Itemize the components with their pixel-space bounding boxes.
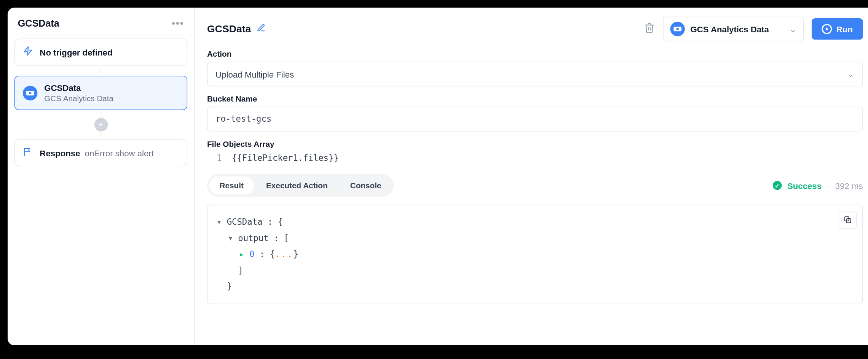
success-check-icon: ✓ [772, 181, 782, 190]
page-title: GCSData [207, 23, 251, 35]
file-objects-field: File Objects Array 1 {{FilePicker1.files… [207, 139, 863, 163]
trigger-card[interactable]: No trigger defined [14, 38, 187, 65]
sidebar-title: GCSData [18, 18, 59, 29]
trigger-label: No trigger defined [40, 47, 112, 57]
sidebar-header: GCSData ••• [14, 18, 187, 32]
bucket-field: Bucket Name [207, 94, 863, 132]
tab-console[interactable]: Console [340, 176, 391, 194]
status: ✓ Success · 392 ms [772, 181, 863, 190]
action-select[interactable]: Upload Multiple Files ⌄ [207, 62, 863, 86]
response-text: Response onError show alert [40, 148, 154, 157]
datasource-name: GCS Analytics Data [691, 24, 769, 34]
main-header: GCSData GCS Analytics Data ⌄ [207, 17, 863, 41]
main-panel: GCSData GCS Analytics Data ⌄ [195, 8, 868, 345]
tab-executed-action[interactable]: Executed Action [256, 176, 338, 194]
chevron-down-icon: ⌄ [847, 69, 854, 79]
chevron-down-icon: ⌄ [789, 24, 796, 34]
bolt-icon [23, 46, 33, 59]
add-step-button[interactable]: + [94, 118, 108, 132]
sidebar: GCSData ••• No trigger defined GCSData G… [8, 8, 195, 345]
bucket-input[interactable] [207, 106, 863, 131]
status-text: Success [787, 181, 822, 190]
more-menu-icon[interactable]: ••• [172, 18, 184, 30]
gcs-icon [670, 22, 685, 36]
query-name: GCSData [44, 83, 113, 92]
result-item-0[interactable]: ▸ 0 : {...} [217, 246, 853, 262]
result-root[interactable]: ▾ GCSData : { [217, 214, 853, 230]
delete-icon[interactable] [644, 22, 655, 36]
play-icon [822, 24, 832, 34]
datasource-dropdown[interactable]: GCS Analytics Data ⌄ [663, 17, 804, 41]
status-time: 392 ms [835, 181, 863, 190]
response-card[interactable]: Response onError show alert [14, 139, 187, 166]
file-objects-editor[interactable]: 1 {{FilePicker1.files}} [207, 153, 863, 163]
bucket-label: Bucket Name [207, 94, 863, 103]
app-frame: GCSData ••• No trigger defined GCSData G… [8, 8, 868, 345]
edit-title-icon[interactable] [257, 23, 266, 35]
query-datasource: GCS Analytics Data [44, 94, 113, 103]
result-output[interactable]: ▾ output : [ [217, 230, 853, 246]
action-field: Action Upload Multiple Files ⌄ [207, 49, 863, 87]
result-box: ▾ GCSData : { ▾ output : [ ▸ 0 : {...} ]… [207, 205, 863, 304]
result-tabs: Result Executed Action Console [207, 174, 394, 197]
query-card[interactable]: GCSData GCS Analytics Data [14, 76, 187, 110]
file-objects-label: File Objects Array [207, 139, 863, 148]
result-tabs-row: Result Executed Action Console ✓ Success… [207, 174, 863, 197]
connector-add: + [14, 112, 187, 137]
tab-result[interactable]: Result [209, 176, 254, 194]
flag-icon [23, 147, 33, 159]
gcs-icon [23, 86, 37, 100]
action-label: Action [207, 49, 863, 59]
svg-marker-0 [24, 47, 32, 55]
copy-button[interactable] [839, 211, 857, 229]
run-button[interactable]: Run [812, 18, 863, 40]
connector [14, 68, 187, 73]
